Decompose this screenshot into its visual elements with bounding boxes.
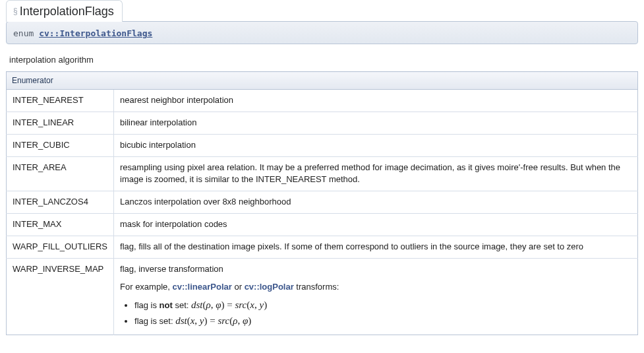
formula: dst(ρ, φ) = src(x, y)	[191, 300, 267, 310]
table-row: INTER_LANCZOS4 Lanczos interpolation ove…	[7, 191, 638, 214]
enum-name: WARP_FILL_OUTLIERS	[7, 236, 114, 258]
enum-name: INTER_LANCZOS4	[7, 191, 114, 214]
enum-desc: mask for interpolation codes	[114, 214, 638, 236]
table-row: INTER_CUBIC bicubic interpolation	[7, 134, 638, 156]
permalink-icon[interactable]: §	[13, 7, 18, 16]
enum-desc: flag, fills all of the destination image…	[114, 236, 638, 258]
table-row: INTER_LINEAR bilinear interpolation	[7, 112, 638, 134]
table-row: WARP_FILL_OUTLIERS flag, fills all of th…	[7, 236, 638, 258]
link-linearpolar[interactable]: cv::linearPolar	[173, 282, 232, 292]
table-row: INTER_NEAREST nearest neighbor interpola…	[7, 90, 638, 112]
enum-title: InterpolationFlags	[20, 5, 114, 18]
enum-name: INTER_LINEAR	[7, 112, 114, 134]
text: set:	[173, 300, 191, 310]
enum-desc: nearest neighbor interpolation	[114, 90, 638, 112]
brief-description: interpolation algorithm	[9, 55, 644, 65]
section-title-tab: §InterpolationFlags	[6, 0, 123, 22]
keyword-enum: enum	[13, 28, 34, 38]
text: For example,	[120, 282, 172, 292]
formula-list: flag is not set: dst(ρ, φ) = src(x, y) f…	[134, 298, 631, 329]
enum-desc: flag, inverse transformation For example…	[114, 258, 638, 335]
list-item: flag is not set: dst(ρ, φ) = src(x, y)	[134, 298, 631, 313]
prototype-text: enum cv::InterpolationFlags	[13, 28, 152, 38]
prototype-box: enum cv::InterpolationFlags	[6, 21, 638, 44]
text: transforms:	[294, 282, 339, 292]
text: flag is set:	[134, 316, 175, 326]
enum-desc: bilinear interpolation	[114, 112, 638, 134]
table-row: INTER_MAX mask for interpolation codes	[7, 214, 638, 236]
enum-desc: resampling using pixel area relation. It…	[114, 156, 638, 191]
table-row: INTER_AREA resampling using pixel area r…	[7, 156, 638, 191]
warp-example-line: For example, cv::linearPolar or cv::logP…	[120, 281, 631, 294]
enumerator-table: Enumerator INTER_NEAREST nearest neighbo…	[6, 71, 638, 335]
list-item: flag is set: dst(x, y) = src(ρ, φ)	[134, 314, 631, 329]
enum-name: INTER_AREA	[7, 156, 114, 191]
enum-qualified-name[interactable]: cv::InterpolationFlags	[39, 28, 152, 38]
enum-name: INTER_MAX	[7, 214, 114, 236]
enum-desc: bicubic interpolation	[114, 134, 638, 156]
table-row: WARP_INVERSE_MAP flag, inverse transform…	[7, 258, 638, 335]
formula: dst(x, y) = src(ρ, φ)	[175, 315, 251, 326]
text: or	[232, 282, 245, 292]
enum-name: INTER_CUBIC	[7, 134, 114, 156]
enum-desc: Lanczos interpolation over 8x8 neighborh…	[114, 191, 638, 214]
bold-not: not	[160, 300, 173, 310]
enum-name: WARP_INVERSE_MAP	[7, 258, 114, 335]
enum-name: INTER_NEAREST	[7, 90, 114, 112]
enumerator-header: Enumerator	[7, 72, 638, 90]
link-logpolar[interactable]: cv::logPolar	[245, 282, 294, 292]
text: flag is	[134, 300, 160, 310]
enum-desc-text: flag, inverse transformation	[120, 263, 631, 276]
